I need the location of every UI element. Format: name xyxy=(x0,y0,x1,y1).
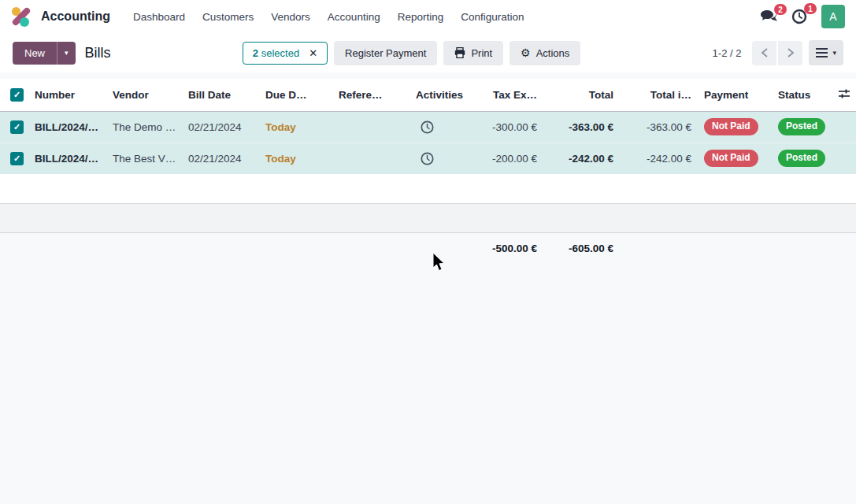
cell-number: BILL/2024/… xyxy=(28,111,106,143)
cell-tax-excluded: -300.00 € xyxy=(480,111,543,143)
column-header-total-in-currency[interactable]: Total i… xyxy=(620,79,698,111)
new-split-button: New ▾ xyxy=(13,42,76,65)
cell-bill-date: 02/21/2024 xyxy=(182,143,259,174)
cell-due-date: Today xyxy=(259,111,332,143)
activities-button[interactable]: 1 xyxy=(791,9,807,24)
cell-total-in-currency: -242.00 € xyxy=(620,143,698,174)
cell-activities xyxy=(409,111,480,143)
row-checkbox[interactable]: ✓ xyxy=(10,152,24,165)
logo-teal-dot xyxy=(20,17,29,27)
cell-reference xyxy=(332,111,409,143)
app-name[interactable]: Accounting xyxy=(41,9,110,24)
navbar-systray: 2 1 A xyxy=(760,5,845,28)
new-button[interactable]: New xyxy=(13,42,57,65)
page-title: Bills xyxy=(85,45,111,61)
cell-due-date: Today xyxy=(259,143,332,174)
cell-total: -242.00 € xyxy=(543,143,620,174)
row-select-cell: ✓ xyxy=(0,111,28,143)
cell-bill-date: 02/21/2024 xyxy=(182,111,259,143)
selection-count: 22 selected xyxy=(253,47,299,59)
column-header-tax-excluded[interactable]: Tax Ex… xyxy=(480,79,543,111)
payment-status-badge: Not Paid xyxy=(704,150,758,167)
nav-customers[interactable]: Customers xyxy=(194,6,262,28)
cell-trailing xyxy=(835,111,856,143)
gear-icon: ⚙ xyxy=(521,47,531,58)
column-header-activities[interactable]: Activities xyxy=(409,79,480,111)
table-row[interactable]: ✓ BILL/2024/… The Best V… 02/21/2024 Tod… xyxy=(0,143,856,174)
activity-clock-icon[interactable] xyxy=(421,120,434,134)
chevron-right-icon xyxy=(787,48,795,57)
odoo-logo-icon[interactable] xyxy=(11,6,31,27)
cell-status: Posted xyxy=(772,143,835,174)
messages-button[interactable]: 2 xyxy=(760,9,777,24)
footer-total-sum: -605.00 € xyxy=(543,233,620,254)
activities-badge: 1 xyxy=(804,3,817,14)
pager-previous-button[interactable] xyxy=(752,41,776,65)
column-header-total[interactable]: Total xyxy=(543,79,620,111)
cell-reference xyxy=(332,143,409,174)
optional-columns-toggle-icon[interactable] xyxy=(838,88,850,99)
nav-dashboard[interactable]: Dashboard xyxy=(124,6,194,28)
cell-payment: Not Paid xyxy=(698,143,772,174)
column-header-vendor[interactable]: Vendor xyxy=(106,79,182,111)
row-select-cell: ✓ xyxy=(0,143,28,174)
table-header-row: ✓ Number Vendor Bill Date Due D… Refere…… xyxy=(0,79,856,111)
bills-list-table: ✓ Number Vendor Bill Date Due D… Refere…… xyxy=(0,79,856,174)
cell-tax-excluded: -200.00 € xyxy=(480,143,543,174)
cell-total: -363.00 € xyxy=(543,111,620,143)
list-footer-sums: -500.00 € -605.00 € xyxy=(0,233,856,254)
cell-number: BILL/2024/… xyxy=(28,143,106,174)
nav-configuration[interactable]: Configuration xyxy=(452,6,532,28)
payment-status-badge: Not Paid xyxy=(704,118,758,135)
cell-vendor: The Demo … xyxy=(106,111,182,143)
chevron-left-icon xyxy=(761,48,769,57)
pager: 1-2 / 2 ▾ xyxy=(713,40,843,65)
main-menu: Dashboard Customers Vendors Accounting R… xyxy=(124,6,533,28)
cell-status: Posted xyxy=(772,111,835,143)
register-payment-button[interactable]: Register Payment xyxy=(334,41,437,65)
actions-label: Actions xyxy=(536,47,570,59)
print-label: Print xyxy=(471,47,492,59)
user-avatar[interactable]: A xyxy=(821,5,845,28)
list-bottom-band xyxy=(0,204,856,233)
chevron-down-icon: ▾ xyxy=(832,49,836,57)
select-all-checkbox[interactable]: ✓ xyxy=(10,88,24,102)
column-header-status[interactable]: Status xyxy=(772,79,835,111)
column-header-bill-date[interactable]: Bill Date xyxy=(182,79,259,111)
printer-icon xyxy=(454,47,465,58)
pager-range: 1-2 / 2 xyxy=(713,47,742,59)
footer-tax-excluded-sum: -500.00 € xyxy=(480,233,543,254)
nav-reporting[interactable]: Reporting xyxy=(389,6,453,28)
actions-button[interactable]: ⚙ Actions xyxy=(510,41,580,65)
list-view-icon xyxy=(816,48,828,58)
nav-vendors[interactable]: Vendors xyxy=(262,6,319,28)
clear-selection-icon[interactable]: ✕ xyxy=(309,48,317,58)
new-dropdown-caret[interactable]: ▾ xyxy=(57,42,76,65)
column-header-payment[interactable]: Payment xyxy=(698,79,772,111)
select-all-cell: ✓ xyxy=(0,79,28,111)
cell-activities xyxy=(409,143,480,174)
status-badge: Posted xyxy=(778,150,825,167)
cell-payment: Not Paid xyxy=(698,111,772,143)
control-panel: New ▾ Bills 22 selected ✕ Register Payme… xyxy=(0,33,856,72)
activity-clock-icon[interactable] xyxy=(421,152,434,165)
table-row[interactable]: ✓ BILL/2024/… The Demo … 02/21/2024 Toda… xyxy=(0,111,856,143)
column-header-due-date[interactable]: Due D… xyxy=(259,79,332,111)
print-button[interactable]: Print xyxy=(443,41,503,65)
register-payment-label: Register Payment xyxy=(345,47,426,59)
empty-list-row xyxy=(0,174,856,204)
selection-actions: 22 selected ✕ Register Payment Print ⚙ A… xyxy=(243,41,580,65)
cell-trailing xyxy=(835,143,856,174)
selection-chip: 22 selected ✕ xyxy=(243,42,328,65)
optional-columns-cell xyxy=(835,79,856,111)
column-header-number[interactable]: Number xyxy=(28,79,106,111)
row-checkbox[interactable]: ✓ xyxy=(10,120,24,134)
pager-next-button[interactable] xyxy=(778,41,802,65)
cell-vendor: The Best V… xyxy=(106,143,182,174)
cell-total-in-currency: -363.00 € xyxy=(620,111,698,143)
view-switcher-button[interactable]: ▾ xyxy=(809,40,843,65)
messages-badge: 2 xyxy=(774,4,787,15)
status-badge: Posted xyxy=(778,118,825,135)
nav-accounting[interactable]: Accounting xyxy=(319,6,389,28)
column-header-reference[interactable]: Refere… xyxy=(332,79,409,111)
